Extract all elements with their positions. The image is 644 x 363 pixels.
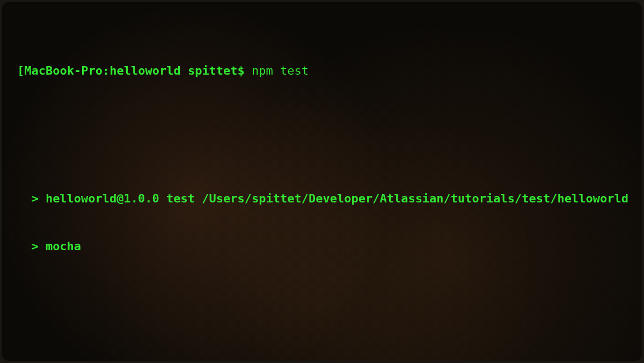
shell-prompt: MacBook-Pro:helloworld spittet$: [24, 64, 252, 77]
typed-command: npm test: [252, 64, 309, 77]
npm-runner-line: > mocha: [17, 238, 627, 255]
terminal-output: [MacBook-Pro:helloworld spittet$ npm tes…: [17, 15, 627, 361]
terminal-window[interactable]: [MacBook-Pro:helloworld spittet$ npm tes…: [2, 2, 642, 361]
blank-line: [17, 127, 627, 143]
prompt-bracket: [: [17, 64, 24, 77]
npm-script-header: > helloworld@1.0.0 test /Users/spittet/D…: [17, 191, 627, 207]
blank-line: [17, 350, 627, 361]
command-line: [MacBook-Pro:helloworld spittet$ npm tes…: [17, 63, 627, 79]
blank-line: [17, 302, 627, 318]
